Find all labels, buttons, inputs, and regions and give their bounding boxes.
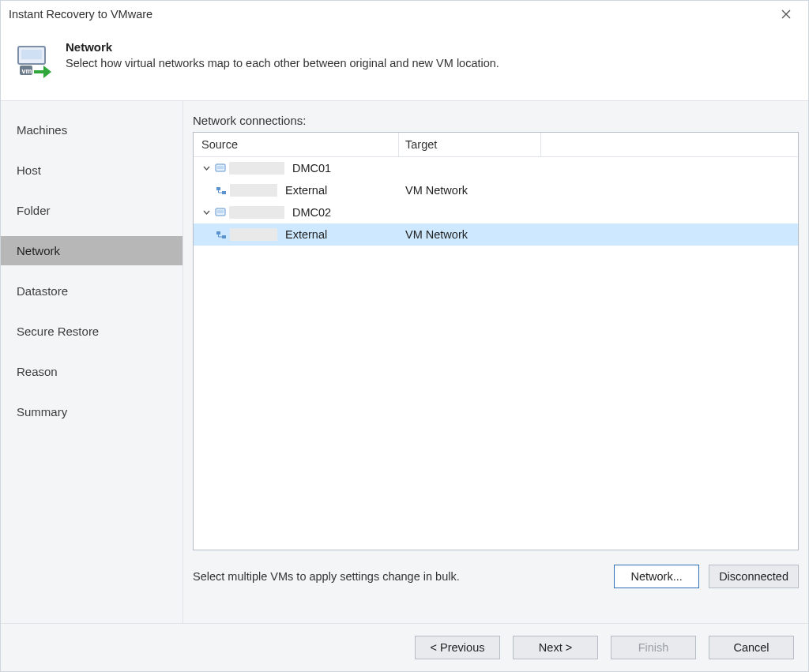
step-header-texts: Network Select how virtual networks map … bbox=[66, 37, 794, 80]
sidebar-item-host[interactable]: Host bbox=[1, 156, 182, 185]
network-button[interactable]: Network... bbox=[614, 565, 699, 588]
column-header-rest bbox=[541, 133, 798, 156]
network-icon bbox=[216, 229, 227, 240]
table-row[interactable]: External VM Network bbox=[194, 179, 798, 201]
step-header: vm Network Select how virtual networks m… bbox=[1, 28, 808, 101]
svg-rect-10 bbox=[216, 231, 220, 235]
target-cell: VM Network bbox=[399, 184, 541, 197]
step-title: Network bbox=[66, 40, 794, 54]
body: Machines Host Folder Network Datastore S… bbox=[1, 101, 808, 623]
titlebar: Instant Recovery to VMware bbox=[1, 1, 808, 28]
step-subtitle: Select how virtual networks map to each … bbox=[66, 57, 794, 69]
svg-text:vm: vm bbox=[22, 67, 32, 75]
step-icon: vm bbox=[15, 42, 53, 80]
vm-name-label: DMC01 bbox=[292, 162, 331, 175]
vm-arrow-icon: vm bbox=[15, 42, 53, 80]
chevron-down-icon[interactable] bbox=[203, 165, 210, 172]
network-connections-label: Network connections: bbox=[183, 101, 808, 132]
main-panel: Network connections: Source Target bbox=[183, 101, 808, 623]
table-body: DMC01 External VM Network bbox=[194, 157, 798, 550]
cancel-button[interactable]: Cancel bbox=[709, 636, 794, 659]
wizard-window: Instant Recovery to VMware vm Network Se… bbox=[0, 0, 809, 672]
svg-rect-6 bbox=[216, 187, 220, 190]
next-button[interactable]: Next > bbox=[513, 636, 598, 659]
window-title: Instant Recovery to VMware bbox=[9, 8, 770, 21]
svg-rect-9 bbox=[217, 210, 224, 213]
redacted-name bbox=[230, 228, 277, 241]
previous-button[interactable]: < Previous bbox=[415, 636, 500, 659]
bulk-hint: Select multiple VMs to apply settings ch… bbox=[193, 570, 604, 583]
disconnected-button[interactable]: Disconnected bbox=[709, 565, 799, 588]
svg-rect-1 bbox=[21, 50, 42, 59]
finish-button: Finish bbox=[611, 636, 696, 659]
sidebar-item-network[interactable]: Network bbox=[1, 236, 182, 265]
column-header-target[interactable]: Target bbox=[399, 133, 541, 156]
table-row[interactable]: External VM Network bbox=[194, 223, 798, 246]
target-cell: VM Network bbox=[399, 228, 541, 241]
sidebar-item-secure-restore[interactable]: Secure Restore bbox=[1, 317, 182, 346]
sidebar-item-datastore[interactable]: Datastore bbox=[1, 276, 182, 306]
redacted-name bbox=[229, 162, 284, 175]
table-row[interactable]: DMC01 bbox=[194, 157, 798, 179]
svg-rect-5 bbox=[217, 166, 224, 169]
sidebar-item-machines[interactable]: Machines bbox=[1, 115, 182, 145]
table-header: Source Target bbox=[194, 133, 798, 157]
column-header-source[interactable]: Source bbox=[194, 133, 399, 156]
vm-name-label: DMC02 bbox=[292, 206, 331, 219]
sidebar-item-summary[interactable]: Summary bbox=[1, 397, 182, 426]
svg-rect-7 bbox=[222, 191, 226, 194]
network-icon bbox=[216, 185, 227, 196]
table-row[interactable]: DMC02 bbox=[194, 201, 798, 223]
table-footer: Select multiple VMs to apply settings ch… bbox=[183, 550, 808, 598]
network-connections-table[interactable]: Source Target bbox=[193, 132, 799, 550]
vm-icon bbox=[215, 207, 226, 218]
close-button[interactable] bbox=[770, 3, 802, 25]
redacted-name bbox=[230, 184, 277, 197]
network-name-label: External bbox=[285, 228, 327, 241]
sidebar-item-folder[interactable]: Folder bbox=[1, 196, 182, 225]
redacted-name bbox=[229, 206, 284, 219]
sidebar-item-reason[interactable]: Reason bbox=[1, 357, 182, 386]
network-name-label: External bbox=[285, 184, 327, 197]
wizard-steps-sidebar: Machines Host Folder Network Datastore S… bbox=[1, 101, 183, 623]
vm-icon bbox=[215, 163, 226, 174]
chevron-down-icon[interactable] bbox=[203, 209, 210, 216]
close-icon bbox=[781, 9, 791, 19]
svg-rect-11 bbox=[222, 235, 226, 238]
wizard-footer: < Previous Next > Finish Cancel bbox=[1, 623, 808, 671]
